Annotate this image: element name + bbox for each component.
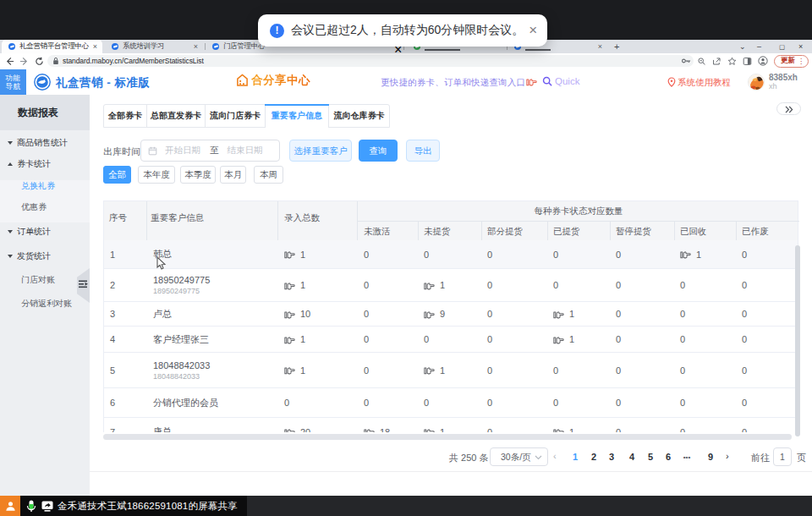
sidebar-item-store-reconciliation[interactable]: 门店对账 bbox=[0, 274, 90, 286]
quick-filter-month[interactable]: 本月 bbox=[220, 166, 246, 184]
sidebar-item-discount-coupon[interactable]: 优惠券 bbox=[0, 201, 90, 213]
table-row[interactable]: 4客户经理张三10001000 bbox=[104, 327, 798, 353]
thumb-count-icon[interactable] bbox=[553, 334, 564, 345]
tab-hq-direct-cards[interactable]: 总部直发券卡 bbox=[147, 105, 206, 127]
table-row[interactable]: 1韩总10000010 bbox=[104, 240, 798, 269]
profile-icon[interactable] bbox=[758, 56, 768, 66]
cell-status-count[interactable]: 18 bbox=[358, 418, 421, 432]
tab-important-customers[interactable]: 重要客户信息 bbox=[266, 105, 329, 127]
tab-store-flow-cards[interactable]: 流向门店券卡 bbox=[206, 105, 266, 127]
page-number[interactable]: 9 bbox=[704, 452, 717, 462]
page-number[interactable]: 6 bbox=[661, 452, 675, 462]
key-icon[interactable] bbox=[681, 56, 691, 66]
cell-total-count[interactable]: 1 bbox=[278, 353, 358, 387]
sidebar-item-exchange-coupon[interactable]: 兑换礼券 bbox=[0, 180, 90, 192]
thumb-count-icon[interactable] bbox=[284, 309, 295, 320]
window-maximize-icon[interactable]: ▢ bbox=[779, 41, 785, 52]
next-page-icon[interactable]: › bbox=[726, 451, 729, 461]
cell-status-count[interactable]: 1 bbox=[674, 240, 738, 268]
share-icon[interactable] bbox=[712, 57, 721, 66]
page-size-select[interactable]: 30条/页 bbox=[490, 447, 548, 466]
tab-all-cards[interactable]: 全部券卡 bbox=[104, 105, 147, 127]
page-number[interactable]: 2 bbox=[587, 452, 601, 462]
sidebar-item-product-sales[interactable]: 商品销售统计 bbox=[0, 137, 90, 149]
browser-tab-active[interactable]: 礼盒营销平台管理中心 × bbox=[2, 40, 102, 53]
table-row[interactable]: 5180488420331804884203310100000 bbox=[104, 353, 798, 388]
cell-total-count[interactable]: 20 bbox=[278, 418, 358, 432]
tab-close-icon[interactable]: × bbox=[93, 42, 97, 51]
vertical-scrollbar[interactable] bbox=[795, 245, 800, 436]
window-menu-icon[interactable]: ⌄ bbox=[739, 41, 746, 52]
export-button[interactable]: 导出 bbox=[406, 140, 440, 162]
user-avatar[interactable] bbox=[748, 74, 765, 91]
thumb-count-icon[interactable] bbox=[364, 426, 375, 432]
quick-filter-week[interactable]: 本周 bbox=[254, 166, 283, 184]
function-nav-button[interactable]: 功能 导航 bbox=[0, 69, 26, 95]
window-minimize-icon[interactable]: – bbox=[757, 41, 761, 52]
zoom-icon[interactable] bbox=[697, 57, 706, 66]
quick-label[interactable]: Quick bbox=[555, 76, 579, 86]
cell-total-count[interactable]: 10 bbox=[278, 302, 358, 326]
quick-filter-all[interactable]: 全部 bbox=[103, 166, 131, 184]
thumb-count-icon[interactable] bbox=[424, 309, 435, 320]
thumb-count-icon[interactable] bbox=[284, 365, 295, 376]
page-number[interactable]: 5 bbox=[644, 452, 657, 462]
url-bar[interactable]: standard.maboy.cn/CardMemberStatisticsLi… bbox=[47, 55, 694, 67]
bookmark-star-icon[interactable] bbox=[727, 57, 737, 66]
thumb-count-icon[interactable] bbox=[284, 426, 295, 432]
forward-icon[interactable] bbox=[19, 57, 29, 66]
sidebar-item-shipment-stats[interactable]: 发货统计 bbox=[0, 250, 90, 262]
thumb-count-icon[interactable] bbox=[553, 309, 564, 320]
page-number[interactable]: 3 bbox=[605, 452, 618, 462]
browser-update-button[interactable]: 更新 ⋮ bbox=[774, 55, 809, 68]
search-button[interactable]: 查询 bbox=[359, 140, 398, 162]
cell-status-count[interactable]: 1 bbox=[547, 302, 612, 326]
cell-status-count[interactable]: 1 bbox=[418, 418, 484, 432]
thumb-count-icon[interactable] bbox=[284, 334, 295, 345]
page-ellipsis[interactable]: ••• bbox=[680, 453, 694, 461]
page-number[interactable]: 4 bbox=[625, 452, 639, 462]
cell-status-count[interactable]: 1 bbox=[418, 353, 484, 387]
cell-total-count[interactable]: 1 bbox=[278, 327, 358, 352]
table-row[interactable]: 7唐总2018101000 bbox=[104, 418, 798, 432]
thumb-count-icon[interactable] bbox=[680, 249, 691, 260]
page-number[interactable]: 1 bbox=[568, 452, 582, 462]
panel-collapse-button[interactable] bbox=[776, 102, 801, 115]
table-row[interactable]: 3卢总100901000 bbox=[104, 302, 798, 327]
browser-menu-dots-icon[interactable]: ⋮ bbox=[798, 58, 804, 65]
thumb-count-icon[interactable] bbox=[424, 365, 435, 376]
select-customer-button[interactable]: 选择重要客户 bbox=[289, 140, 352, 162]
sidebar-item-distribution-rebate[interactable]: 分销返利对账 bbox=[0, 298, 90, 310]
new-tab-button[interactable]: + bbox=[614, 41, 619, 52]
thumb-count-icon[interactable] bbox=[553, 426, 564, 432]
back-icon[interactable] bbox=[5, 57, 14, 66]
thumb-count-icon[interactable] bbox=[424, 280, 435, 291]
start-date-placeholder[interactable]: 开始日期 bbox=[165, 145, 200, 156]
tutorial-link[interactable]: 系统使用教程 bbox=[678, 77, 731, 89]
window-close-icon[interactable]: × bbox=[798, 41, 803, 52]
side-panel-icon[interactable] bbox=[743, 57, 752, 66]
sidebar-item-card-stats[interactable]: 券卡统计 bbox=[0, 158, 90, 170]
toast-close-icon[interactable]: × bbox=[529, 22, 537, 39]
thumb-count-icon[interactable] bbox=[284, 249, 295, 260]
cell-status-count[interactable]: 1 bbox=[547, 327, 612, 352]
browser-tab[interactable]: 系统培训学习 × bbox=[105, 40, 203, 53]
end-date-placeholder[interactable]: 结束日期 bbox=[228, 145, 263, 156]
table-row[interactable]: 2189502497751895024977510100000 bbox=[104, 269, 798, 302]
date-range-input[interactable]: 开始日期 至 结束日期 bbox=[140, 140, 280, 162]
tab-close-icon[interactable]: × bbox=[194, 42, 198, 51]
sidebar-item-order-stats[interactable]: 订单统计 bbox=[0, 226, 90, 238]
thumb-count-icon[interactable] bbox=[424, 426, 435, 432]
table-row[interactable]: 6分销代理的会员00000000 bbox=[104, 388, 798, 418]
quick-search-icon[interactable] bbox=[542, 76, 552, 86]
quick-filter-quarter[interactable]: 本季度 bbox=[180, 166, 216, 184]
reload-icon[interactable] bbox=[35, 57, 44, 66]
tab-warehouse-flow-cards[interactable]: 流向仓库券卡 bbox=[329, 105, 389, 127]
quick-filter-year[interactable]: 本年度 bbox=[138, 166, 175, 184]
cell-total-count[interactable]: 1 bbox=[278, 240, 358, 268]
horizontal-scrollbar[interactable] bbox=[103, 434, 792, 440]
cell-status-count[interactable]: 1 bbox=[547, 418, 612, 432]
tab-close-icon[interactable]: × bbox=[598, 42, 602, 51]
cell-total-count[interactable]: 1 bbox=[278, 269, 358, 301]
prev-page-icon[interactable]: ‹ bbox=[553, 451, 557, 461]
